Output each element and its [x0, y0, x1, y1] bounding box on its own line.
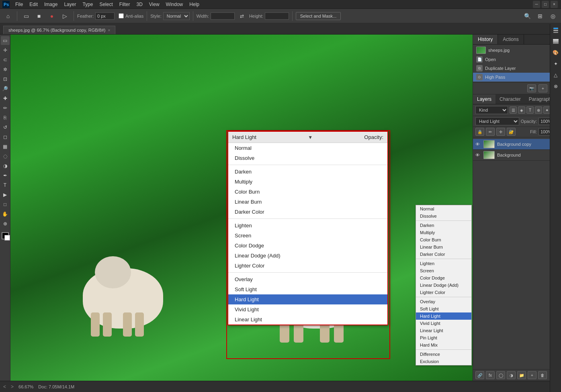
- blend-hard-light[interactable]: Hard Light: [228, 294, 387, 304]
- blend-normal[interactable]: Normal: [228, 143, 387, 153]
- lbd-color-burn[interactable]: Color Burn: [416, 236, 471, 243]
- minimize-btn[interactable]: ─: [533, 1, 540, 8]
- blend-lighter-color[interactable]: Lighter Color: [228, 261, 387, 271]
- new-snapshot-btn[interactable]: 📷: [527, 84, 536, 92]
- blend-multiply[interactable]: Multiply: [228, 177, 387, 187]
- far-icon-layers-mini[interactable]: [551, 37, 560, 46]
- record-btn[interactable]: ●: [46, 10, 57, 22]
- move-tool[interactable]: ✛: [1, 46, 10, 55]
- new-adjustment-btn[interactable]: ◑: [507, 371, 516, 379]
- lbd-linear-dodge[interactable]: Linear Dodge (Add): [416, 282, 471, 289]
- add-mask-btn[interactable]: ◯: [496, 371, 505, 379]
- layer-visibility-eye-0[interactable]: 👁: [475, 142, 481, 147]
- lbd-color-dodge[interactable]: Color Dodge: [416, 274, 471, 282]
- lbd-darker-color[interactable]: Darker Color: [416, 251, 471, 258]
- blend-linear-dodge[interactable]: Linear Dodge (Add): [228, 251, 387, 261]
- height-input[interactable]: [265, 12, 289, 20]
- lbd-dissolve[interactable]: Dissolve: [416, 212, 471, 220]
- history-high-pass[interactable]: ⊙ High Pass: [473, 73, 561, 82]
- foreground-color[interactable]: [2, 232, 9, 239]
- lbd-hard-mix[interactable]: Hard Mix: [416, 341, 471, 349]
- delete-layer-btn[interactable]: 🗑: [538, 371, 547, 379]
- menu-view[interactable]: View: [146, 1, 163, 8]
- layers-blend-dropdown[interactable]: Normal Dissolve Darken Multiply Color Bu…: [416, 205, 472, 365]
- close-btn[interactable]: ×: [551, 1, 558, 8]
- blend-linear-burn[interactable]: Linear Burn: [228, 197, 387, 207]
- history-duplicate[interactable]: ⧉ Duplicate Layer: [473, 64, 561, 73]
- menu-layer[interactable]: Layer: [61, 1, 79, 8]
- menu-3d[interactable]: 3D: [133, 1, 145, 8]
- blend-soft-light[interactable]: Soft Light: [228, 284, 387, 294]
- lbd-overlay[interactable]: Overlay: [416, 298, 471, 305]
- canvas-area[interactable]: Hard Light ▼ Opacity: Normal Dissolve Da…: [10, 35, 473, 381]
- magic-wand-tool[interactable]: ✲: [1, 65, 10, 74]
- history-sheeps[interactable]: sheeps.jpg: [473, 45, 561, 55]
- far-icon-3[interactable]: 🎨: [551, 48, 560, 57]
- lbd-normal[interactable]: Normal: [416, 205, 471, 212]
- menu-edit[interactable]: Edit: [26, 1, 41, 8]
- gradient-tool[interactable]: ▦: [1, 142, 10, 151]
- actions-btn[interactable]: ▷: [59, 10, 70, 22]
- lbd-soft-light[interactable]: Soft Light: [416, 305, 471, 312]
- lbd-pin-light[interactable]: Pin Light: [416, 334, 471, 341]
- swap-dimensions-btn[interactable]: ⇄: [236, 10, 248, 22]
- blend-dissolve[interactable]: Dissolve: [228, 153, 387, 163]
- new-layer-btn[interactable]: +: [528, 371, 536, 379]
- pen-tool[interactable]: ✒: [1, 171, 10, 180]
- menu-window[interactable]: Window: [163, 1, 186, 8]
- shape-tool[interactable]: □: [1, 200, 10, 209]
- add-style-btn[interactable]: fx: [486, 371, 495, 379]
- layers-tab[interactable]: Layers: [473, 94, 495, 104]
- blend-color-dodge[interactable]: Color Dodge: [228, 241, 387, 251]
- tab-close-btn[interactable]: ×: [108, 28, 110, 33]
- blend-darken[interactable]: Darken: [228, 167, 387, 177]
- lock-image-btn[interactable]: ✏: [486, 128, 495, 136]
- status-nav-next[interactable]: >: [11, 384, 14, 390]
- layer-visibility-eye-1[interactable]: 👁: [475, 153, 481, 157]
- zoom-tool-btn[interactable]: ⊕: [1, 219, 10, 228]
- lbd-linear-light[interactable]: Linear Light: [416, 327, 471, 334]
- blend-vivid-light[interactable]: Vivid Light: [228, 304, 387, 314]
- rectangular-marquee-tool[interactable]: ▭: [1, 36, 10, 45]
- feather-input[interactable]: [95, 12, 115, 20]
- lbd-multiply[interactable]: Multiply: [416, 229, 471, 236]
- history-brush-tool[interactable]: ↺: [1, 123, 10, 132]
- blend-linear-light[interactable]: Linear Light: [228, 314, 387, 325]
- menu-select[interactable]: Select: [96, 1, 116, 8]
- layers-blend-select[interactable]: Hard Light Normal Dissolve Multiply Scre…: [475, 117, 519, 125]
- blend-mode-dropdown[interactable]: Hard Light ▼ Opacity: Normal Dissolve Da…: [227, 131, 388, 325]
- menu-image[interactable]: Image: [41, 1, 61, 8]
- lbd-linear-burn[interactable]: Linear Burn: [416, 243, 471, 251]
- lasso-tool[interactable]: ⊂: [1, 55, 10, 64]
- lbd-vivid-light[interactable]: Vivid Light: [416, 320, 471, 327]
- far-icon-4[interactable]: ✦: [551, 59, 560, 68]
- link-layers-btn[interactable]: 🔗: [475, 371, 484, 379]
- far-icon-channels[interactable]: [551, 26, 560, 35]
- restore-btn[interactable]: □: [542, 1, 549, 8]
- blend-lighten[interactable]: Lighten: [228, 220, 387, 231]
- lbd-difference[interactable]: Difference: [416, 351, 471, 358]
- document-tab[interactable]: sheeps.jpg @ 66.7% (Background copy, RGB…: [3, 26, 115, 34]
- width-input[interactable]: [211, 12, 235, 20]
- eyedropper-tool[interactable]: 🔎: [1, 84, 10, 93]
- layer-background[interactable]: 👁 Background 🔒: [473, 150, 561, 161]
- menu-type[interactable]: Type: [79, 1, 96, 8]
- far-icon-5[interactable]: △: [551, 71, 560, 80]
- search-btn[interactable]: 🔍: [522, 10, 533, 22]
- menu-help[interactable]: Help: [186, 1, 203, 8]
- menu-file[interactable]: File: [12, 1, 26, 8]
- path-selection-tool[interactable]: ▶: [1, 190, 10, 199]
- filter-pixel-icon[interactable]: ☰: [510, 106, 517, 114]
- dodge-tool[interactable]: ◑: [1, 161, 10, 170]
- brush-tool[interactable]: ✏: [1, 104, 10, 112]
- blend-screen[interactable]: Screen: [228, 231, 387, 241]
- lbd-exclusion[interactable]: Exclusion: [416, 358, 471, 365]
- crop-tool[interactable]: ⊡: [1, 75, 10, 84]
- blend-overlay[interactable]: Overlay: [228, 274, 387, 284]
- lock-all-btn[interactable]: 🔐: [507, 128, 516, 136]
- filter-adjustment-icon[interactable]: ◈: [518, 106, 525, 114]
- stop-btn[interactable]: ■: [33, 10, 45, 22]
- far-icon-6[interactable]: ⊗: [551, 82, 560, 91]
- lbd-screen[interactable]: Screen: [416, 267, 471, 274]
- marquee-tool[interactable]: ▭: [20, 10, 32, 22]
